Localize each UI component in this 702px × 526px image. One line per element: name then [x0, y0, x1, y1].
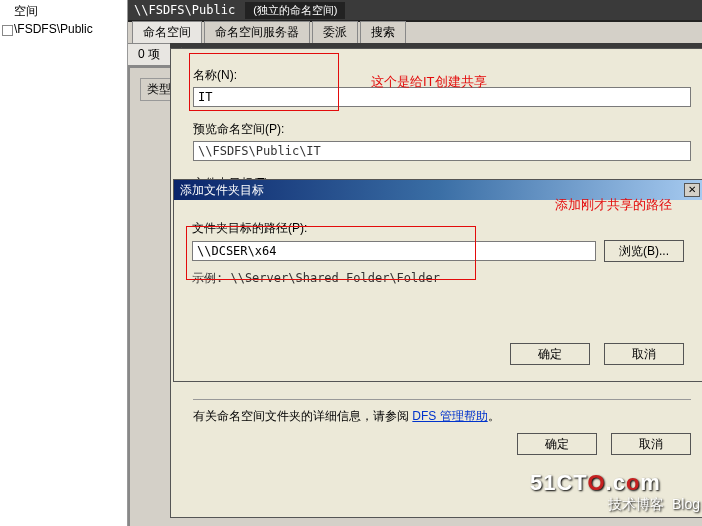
input-preview: [193, 141, 691, 161]
label-target-path: 文件夹目标的路径(P):: [192, 220, 684, 237]
input-target-path[interactable]: [192, 241, 596, 261]
new-folder-ok-button[interactable]: 确定: [517, 433, 597, 455]
label-preview: 预览命名空间(P):: [193, 121, 691, 138]
browse-button[interactable]: 浏览(B)...: [604, 240, 684, 262]
add-target-ok-button[interactable]: 确定: [510, 343, 590, 365]
divider: [193, 399, 691, 400]
dialog-new-folder: 这个是给IT创建共享 名称(N): 预览命名空间(P): 文件夹目标(T): 添…: [170, 48, 702, 518]
close-icon[interactable]: ✕: [684, 183, 700, 197]
help-line: 有关命名空间文件夹的详细信息，请参阅 DFS 管理帮助。: [193, 408, 691, 425]
path-desc: (独立的命名空间): [245, 2, 345, 19]
path-titlebar: \\FSDFS\Public (独立的命名空间): [128, 0, 702, 22]
path-text: \\FSDFS\Public: [134, 3, 235, 17]
tab-row: 命名空间 命名空间服务器 委派 搜索: [128, 22, 702, 44]
tree-panel: 空间 \FSDFS\Public: [0, 0, 128, 526]
tab-servers[interactable]: 命名空间服务器: [204, 21, 310, 43]
main-panel: \\FSDFS\Public (独立的命名空间) 命名空间 命名空间服务器 委派…: [128, 0, 702, 526]
help-link[interactable]: DFS 管理帮助: [412, 409, 487, 423]
annotation-text-path: 添加刚才共享的路径: [555, 196, 672, 214]
annotation-text-share: 这个是给IT创建共享: [371, 73, 487, 91]
example-text: 示例: \\Server\Shared Folder\Folder: [192, 270, 684, 287]
tab-delegate[interactable]: 委派: [312, 21, 358, 43]
add-target-cancel-button[interactable]: 取消: [604, 343, 684, 365]
tree-item-namespace[interactable]: 空间: [0, 2, 127, 21]
content-area: 类型 这个是给IT创建共享 名称(N): 预览命名空间(P): 文件夹目标(T)…: [128, 66, 702, 526]
new-folder-cancel-button[interactable]: 取消: [611, 433, 691, 455]
tab-search[interactable]: 搜索: [360, 21, 406, 43]
dialog-add-target-title: 添加文件夹目标: [180, 182, 264, 199]
tree-item-public[interactable]: \FSDFS\Public: [0, 21, 127, 37]
dialog-add-target: 添加文件夹目标 ✕ 添加刚才共享的路径 文件夹目标的路径(P): 浏览(B)..…: [173, 179, 702, 382]
tab-namespace[interactable]: 命名空间: [132, 21, 202, 43]
item-count: 0 项: [138, 46, 160, 63]
help-text: 有关命名空间文件夹的详细信息，请参阅: [193, 409, 409, 423]
